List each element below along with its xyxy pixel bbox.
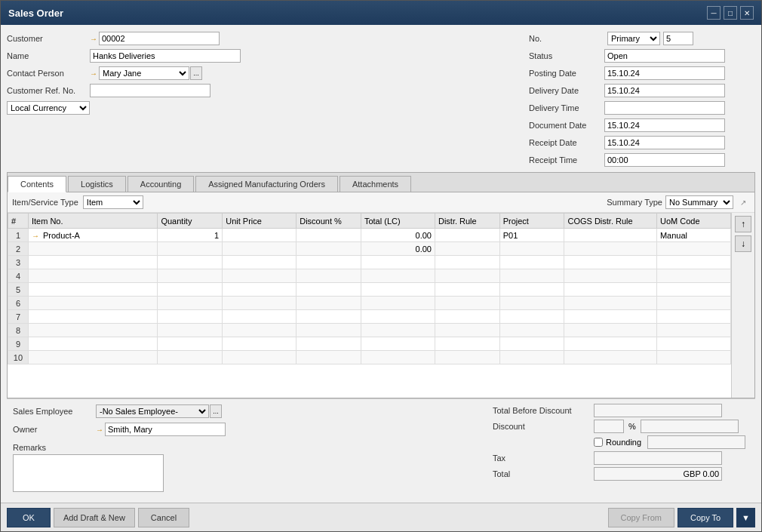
- customer-label: Customer: [7, 34, 90, 43]
- owner-row: Owner →: [13, 422, 300, 437]
- minimize-button[interactable]: ─: [707, 6, 721, 20]
- cell: [223, 283, 297, 297]
- row-distr: [435, 242, 499, 256]
- row-uom: [656, 242, 730, 256]
- posting-date-input[interactable]: [604, 66, 725, 80]
- summary-link-icon[interactable]: ↗: [736, 195, 750, 209]
- discount-input: [641, 420, 739, 433]
- contact-select[interactable]: Mary Jane: [99, 66, 189, 80]
- footer-left-buttons: OK Add Draft & New Cancel: [7, 508, 189, 527]
- cell: [564, 310, 657, 324]
- ok-button[interactable]: OK: [7, 508, 51, 527]
- cell: [499, 297, 564, 310]
- tab-accounting[interactable]: Accounting: [128, 176, 194, 192]
- row-cogs: [564, 229, 657, 242]
- row-num: 10: [8, 351, 29, 364]
- col-header-item: Item No.: [28, 214, 158, 229]
- row-num: 2: [8, 242, 29, 256]
- table-row-empty: 9: [8, 337, 731, 351]
- sales-employee-browse-button[interactable]: ...: [210, 404, 222, 418]
- sales-employee-select[interactable]: -No Sales Employee-: [96, 404, 209, 418]
- currency-select[interactable]: Local Currency: [7, 101, 90, 115]
- discount-label: Discount: [493, 422, 591, 431]
- tab-attachments[interactable]: Attachments: [340, 176, 411, 192]
- cell: [656, 283, 730, 297]
- move-up-button[interactable]: ↑: [735, 216, 751, 232]
- row-proj: P01: [499, 229, 564, 242]
- table-side-buttons: ↑ ↓: [731, 213, 754, 398]
- status-input[interactable]: [604, 49, 725, 63]
- col-header-uom: UoM Code: [656, 214, 730, 229]
- col-header-qty: Quantity: [158, 214, 223, 229]
- row-price: [223, 229, 297, 242]
- row-price: [223, 242, 297, 256]
- no-input[interactable]: [663, 32, 693, 45]
- cell: [297, 337, 361, 351]
- cell: [499, 351, 564, 364]
- cell: [158, 324, 223, 337]
- status-row: Status: [529, 48, 755, 63]
- discount-pct-input[interactable]: [594, 420, 624, 433]
- cancel-button[interactable]: Cancel: [138, 508, 189, 527]
- rounding-checkbox[interactable]: [594, 438, 603, 447]
- delivery-time-row: Delivery Time: [529, 100, 755, 115]
- row-num: 5: [8, 283, 29, 297]
- right-fields: No. Primary Status Posting Date Delivery…: [529, 31, 755, 168]
- no-primary-select[interactable]: Primary: [607, 32, 660, 45]
- cell: [158, 351, 223, 364]
- copy-from-button[interactable]: Copy From: [608, 508, 674, 527]
- top-section: Customer → Name Contact Person → Mary Ja…: [7, 31, 755, 168]
- receipt-time-label: Receipt Time: [529, 155, 604, 165]
- cell: [158, 256, 223, 269]
- table-row-empty: 10: [8, 351, 731, 364]
- table-scroll[interactable]: # Item No. Quantity Unit Price Discount …: [8, 213, 731, 398]
- remarks-textarea[interactable]: [13, 454, 164, 492]
- owner-input[interactable]: [105, 423, 226, 436]
- table-row: 1 → Product-A 1 0.00: [8, 229, 731, 242]
- cell: [656, 337, 730, 351]
- delivery-time-input[interactable]: [604, 101, 725, 115]
- summary-type-area: Summary Type No Summary ↗: [607, 195, 750, 209]
- add-draft-button[interactable]: Add Draft & New: [54, 508, 135, 527]
- col-header-distr: Distr. Rule: [435, 214, 499, 229]
- delivery-time-label: Delivery Time: [529, 103, 604, 112]
- contact-row: Contact Person → Mary Jane ...: [7, 66, 248, 81]
- delivery-date-input[interactable]: [604, 84, 725, 97]
- close-button[interactable]: ✕: [740, 6, 754, 20]
- tax-row: Tax: [493, 451, 749, 465]
- maximize-button[interactable]: □: [724, 6, 737, 20]
- name-input[interactable]: [90, 49, 241, 63]
- copy-to-button[interactable]: Copy To: [678, 508, 733, 527]
- move-down-button[interactable]: ↓: [735, 235, 751, 252]
- item-type-select[interactable]: Item: [83, 195, 143, 209]
- tab-manufacturing[interactable]: Assigned Manufacturing Orders: [195, 176, 338, 192]
- sales-order-window: Sales Order ─ □ ✕ Customer → Name: [0, 0, 762, 532]
- cell: [499, 310, 564, 324]
- document-date-input[interactable]: [604, 118, 725, 132]
- copy-to-arrow-button[interactable]: ▼: [736, 508, 755, 527]
- table-row-empty: 8: [8, 324, 731, 337]
- col-header-cogs: COGS Distr. Rule: [564, 214, 657, 229]
- cell: [223, 324, 297, 337]
- contact-browse-button[interactable]: ...: [190, 66, 202, 80]
- rounding-input: [647, 435, 745, 449]
- cell: [158, 297, 223, 310]
- total-input: [594, 467, 722, 481]
- tab-logistics[interactable]: Logistics: [68, 176, 126, 192]
- cell: [361, 351, 435, 364]
- summary-type-select[interactable]: No Summary: [665, 195, 733, 209]
- owner-label: Owner: [13, 425, 96, 434]
- total-before-input: [594, 404, 722, 417]
- receipt-date-input[interactable]: [604, 136, 725, 149]
- row-proj: [499, 242, 564, 256]
- tab-bar: Contents Logistics Accounting Assigned M…: [8, 173, 754, 192]
- receipt-date-label: Receipt Date: [529, 138, 604, 147]
- receipt-time-input[interactable]: [604, 153, 725, 167]
- sales-employee-label: Sales Employee: [13, 407, 96, 416]
- tab-contents[interactable]: Contents: [8, 176, 66, 192]
- sales-employee-row: Sales Employee -No Sales Employee- ...: [13, 404, 300, 419]
- customer-ref-input[interactable]: [90, 84, 210, 97]
- cell: [499, 324, 564, 337]
- customer-input[interactable]: [99, 32, 220, 45]
- cell: [223, 297, 297, 310]
